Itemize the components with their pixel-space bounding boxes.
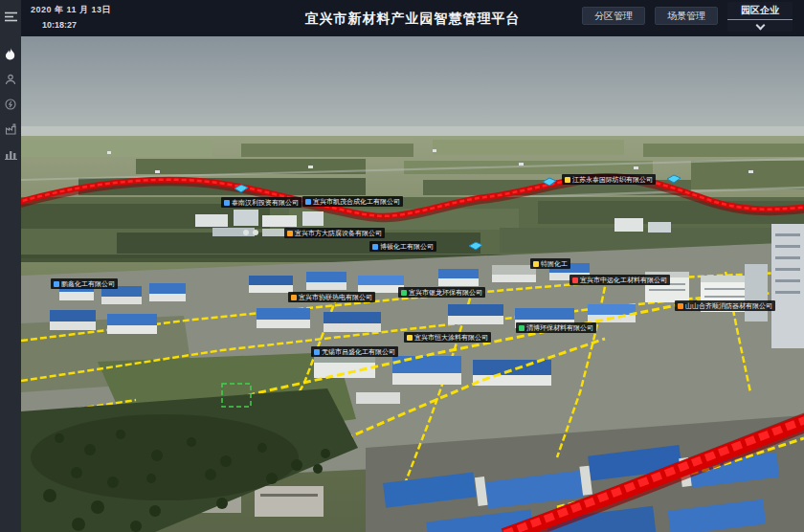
company-label-text: 鹏鑫化工有限公司 <box>61 280 115 287</box>
company-label-text: 特固化工 <box>541 260 568 267</box>
menu-icon[interactable] <box>0 4 21 29</box>
map-company-label[interactable]: 宜兴市方大防腐设备有限公司 <box>284 228 385 238</box>
user-icon[interactable] <box>0 67 21 92</box>
zone-management-button[interactable]: 分区管理 <box>582 7 645 25</box>
company-marker-icon <box>519 325 525 331</box>
fire-icon[interactable] <box>0 42 21 67</box>
factory-icon[interactable] <box>0 117 21 142</box>
company-marker-icon <box>565 177 570 183</box>
scene-management-button[interactable]: 场景管理 <box>655 7 718 25</box>
company-marker-icon <box>678 303 683 309</box>
company-label-text: 博顿化工有限公司 <box>380 243 434 250</box>
company-marker-icon <box>224 200 230 206</box>
map-company-label[interactable]: 清博环保材料有限公司 <box>516 322 596 333</box>
company-marker-icon <box>372 244 378 250</box>
company-label-text: 宜兴市银龙环保有限公司 <box>409 289 482 296</box>
park-enterprise-dropdown[interactable]: 园区企业 <box>727 2 793 32</box>
map-company-label[interactable]: 宜兴市中远化工材料有限公司 <box>570 275 670 285</box>
company-label-text: 宜兴市中远化工材料有限公司 <box>580 277 667 283</box>
company-marker-icon <box>407 335 413 341</box>
bar-chart-icon[interactable] <box>0 142 21 166</box>
map-company-label[interactable]: 宜兴市凯茂合成化工有限公司 <box>302 196 403 207</box>
map-company-label[interactable]: 宜兴市银龙环保有限公司 <box>398 287 485 298</box>
company-label-text: 宜兴市协联热电有限公司 <box>299 294 372 300</box>
company-label-text: 山山合齐顺消防器材有限公司 <box>685 302 772 309</box>
company-marker-icon <box>291 295 297 300</box>
chevron-down-icon <box>755 21 765 31</box>
power-icon[interactable] <box>0 92 21 117</box>
company-label-text: 宜兴市凯茂合成化工有限公司 <box>313 198 400 205</box>
sky <box>21 36 804 147</box>
map-company-label[interactable]: 特固化工 <box>530 258 570 269</box>
map-3d-viewport[interactable] <box>21 36 804 532</box>
map-company-label[interactable]: 无锡市昌盛化工有限公司 <box>311 346 398 357</box>
company-label-text: 无锡市昌盛化工有限公司 <box>322 348 395 355</box>
company-label-text: 泰南汉利投资有限公司 <box>232 199 299 206</box>
map-company-label[interactable]: 鹏鑫化工有限公司 <box>51 278 118 289</box>
map-company-label[interactable]: 宜兴市协联热电有限公司 <box>288 292 375 302</box>
company-marker-icon <box>314 349 320 355</box>
company-label-text: 宜兴市恒大涂料有限公司 <box>414 334 488 341</box>
company-label-text: 清博环保材料有限公司 <box>526 324 593 331</box>
company-marker-icon <box>54 281 59 287</box>
company-marker-icon <box>287 231 293 236</box>
company-label-text: 宜兴市方大防腐设备有限公司 <box>295 230 382 236</box>
company-marker-icon <box>533 261 539 267</box>
left-toolbar <box>0 0 21 532</box>
company-marker-icon <box>572 277 578 283</box>
company-marker-icon <box>401 290 407 296</box>
map-company-label[interactable]: 泰南汉利投资有限公司 <box>221 197 302 208</box>
company-label-text: 江苏永泰国际纺织有限公司 <box>572 176 653 183</box>
dropdown-selected-value: 园区企业 <box>727 4 793 20</box>
top-bar: 2020 年 11 月 13日 10:18:27 宜兴市新材料产业园智慧管理平台… <box>21 0 804 36</box>
map-3d-scene[interactable] <box>21 36 804 532</box>
map-company-label[interactable]: 山山合齐顺消防器材有限公司 <box>675 300 775 311</box>
map-company-label[interactable]: 宜兴市恒大涂料有限公司 <box>404 332 491 343</box>
map-company-label[interactable]: 江苏永泰国际纺织有限公司 <box>562 174 656 185</box>
map-company-label[interactable]: 博顿化工有限公司 <box>369 241 436 252</box>
company-marker-icon <box>305 199 311 205</box>
